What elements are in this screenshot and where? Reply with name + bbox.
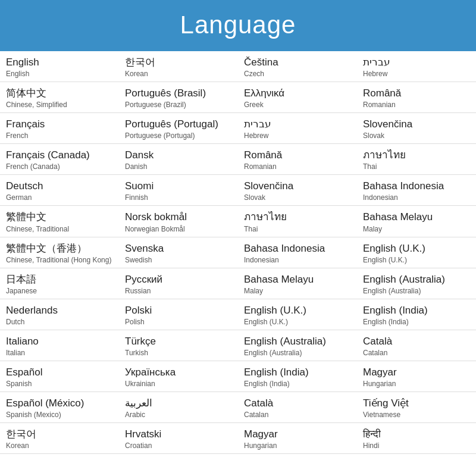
language-item[interactable]: עבריתHebrew	[238, 113, 357, 144]
language-item[interactable]: Bahasa MelayuMalay	[357, 206, 476, 237]
language-native-name: Català	[244, 397, 351, 410]
language-item[interactable]: ภาษาไทยThai	[357, 144, 476, 175]
language-native-name: Português (Portugal)	[125, 118, 232, 131]
language-item[interactable]: EspañolSpanish	[0, 361, 119, 392]
language-native-name: Hrvatski	[125, 428, 232, 441]
language-item[interactable]: HrvatskiCroatian	[119, 423, 238, 454]
language-item[interactable]: SlovenčinaSlovak	[357, 113, 476, 144]
language-item[interactable]: Bahasa IndonesiaIndonesian	[238, 237, 357, 268]
language-english-name: Malay	[363, 225, 470, 233]
language-english-name: Norwegian Bokmål	[125, 225, 232, 233]
language-native-name: Deutsch	[6, 180, 113, 193]
language-item[interactable]: DeutschGerman	[0, 175, 119, 206]
language-item[interactable]: TürkçeTurkish	[119, 330, 238, 361]
language-item[interactable]: 简体中文Chinese, Simplified	[0, 82, 119, 113]
language-grid: EnglishEnglish한국어KoreanČeštinaCzechעברית…	[0, 51, 476, 454]
language-item[interactable]: עבריתHebrew	[357, 51, 476, 82]
language-english-name: Hungarian	[244, 441, 351, 450]
language-item[interactable]: RomânăRomanian	[238, 144, 357, 175]
language-item[interactable]: ČeštinaCzech	[238, 51, 357, 82]
language-english-name: Danish	[125, 162, 232, 171]
language-item[interactable]: English (India)English (India)	[357, 299, 476, 330]
language-native-name: English (India)	[244, 366, 351, 379]
language-item[interactable]: العربيةArabic	[119, 392, 238, 423]
language-item[interactable]: SvenskaSwedish	[119, 237, 238, 268]
language-item[interactable]: PolskiPolish	[119, 299, 238, 330]
language-item[interactable]: Español (México)Spanish (Mexico)	[0, 392, 119, 423]
language-item[interactable]: ภาษาไทยThai	[238, 206, 357, 237]
language-item[interactable]: SlovenčinaSlovak	[238, 175, 357, 206]
language-native-name: Română	[244, 149, 351, 162]
language-item[interactable]: MagyarHungarian	[238, 423, 357, 454]
language-native-name: Magyar	[363, 366, 470, 379]
language-item[interactable]: 한국어Korean	[119, 51, 238, 82]
language-item[interactable]: FrançaisFrench	[0, 113, 119, 144]
language-english-name: Polish	[125, 318, 232, 326]
language-item[interactable]: English (India)English (India)	[238, 361, 357, 392]
language-native-name: Dansk	[125, 149, 232, 162]
language-item[interactable]: SuomiFinnish	[119, 175, 238, 206]
language-native-name: Slovenčina	[244, 180, 351, 193]
language-native-name: Norsk bokmål	[125, 211, 232, 224]
language-english-name: English (India)	[244, 380, 351, 388]
language-item[interactable]: हिन्दीHindi	[357, 423, 476, 454]
language-english-name: Indonesian	[244, 256, 351, 264]
language-native-name: English (India)	[363, 304, 470, 317]
language-item[interactable]: DanskDanish	[119, 144, 238, 175]
language-item[interactable]: English (U.K.)English (U.K.)	[357, 237, 476, 268]
language-item[interactable]: English (Australia)English (Australia)	[238, 330, 357, 361]
language-english-name: Turkish	[125, 349, 232, 357]
language-english-name: Croatian	[125, 441, 232, 450]
language-item[interactable]: ΕλληνικάGreek	[238, 82, 357, 113]
language-english-name: Arabic	[125, 411, 232, 419]
language-english-name: Swedish	[125, 256, 232, 264]
language-item[interactable]: CatalàCatalan	[357, 330, 476, 361]
language-native-name: עברית	[244, 118, 351, 131]
language-item[interactable]: RomânăRomanian	[357, 82, 476, 113]
language-item[interactable]: Bahasa MelayuMalay	[238, 268, 357, 299]
language-english-name: Ukrainian	[125, 380, 232, 388]
language-item[interactable]: MagyarHungarian	[357, 361, 476, 392]
language-native-name: 日本語	[6, 273, 113, 286]
language-item[interactable]: 日本語Japanese	[0, 268, 119, 299]
language-native-name: Slovenčina	[363, 118, 470, 131]
language-item[interactable]: УкраїнськаUkrainian	[119, 361, 238, 392]
language-english-name: English (India)	[363, 318, 470, 326]
language-english-name: English (Australia)	[363, 287, 470, 295]
language-native-name: Magyar	[244, 428, 351, 441]
language-native-name: Català	[363, 335, 470, 348]
language-english-name: Vietnamese	[363, 411, 470, 419]
language-english-name: Hungarian	[363, 380, 470, 388]
language-item[interactable]: Bahasa IndonesiaIndonesian	[357, 175, 476, 206]
language-english-name: French	[6, 131, 113, 140]
language-item[interactable]: 繁體中文（香港）Chinese, Traditional (Hong Kong)	[0, 237, 119, 268]
language-item[interactable]: NederlandsDutch	[0, 299, 119, 330]
language-english-name: German	[6, 193, 113, 202]
language-english-name: Chinese, Traditional (Hong Kong)	[6, 256, 113, 264]
language-native-name: Italiano	[6, 335, 113, 348]
language-native-name: Bahasa Indonesia	[244, 242, 351, 255]
language-item[interactable]: EnglishEnglish	[0, 51, 119, 82]
language-item[interactable]: 한국어Korean	[0, 423, 119, 454]
language-native-name: Español (México)	[6, 397, 113, 410]
language-item[interactable]: CatalàCatalan	[238, 392, 357, 423]
language-item[interactable]: English (Australia)English (Australia)	[357, 268, 476, 299]
language-english-name: Slovak	[363, 131, 470, 140]
language-item[interactable]: Português (Portugal)Portuguese (Portugal…	[119, 113, 238, 144]
language-english-name: Romanian	[363, 101, 470, 109]
language-native-name: Nederlands	[6, 304, 113, 317]
language-item[interactable]: Tiếng ViệtVietnamese	[357, 392, 476, 423]
page-header: Language	[0, 0, 476, 51]
language-item[interactable]: English (U.K.)English (U.K.)	[238, 299, 357, 330]
language-native-name: ภาษาไทย	[244, 211, 351, 224]
language-english-name: Korean	[6, 441, 113, 450]
language-native-name: Français (Canada)	[6, 149, 113, 162]
language-item[interactable]: Norsk bokmålNorwegian Bokmål	[119, 206, 238, 237]
language-native-name: Ελληνικά	[244, 87, 351, 100]
language-item[interactable]: Português (Brasil)Portuguese (Brazil)	[119, 82, 238, 113]
language-item[interactable]: РусскийRussian	[119, 268, 238, 299]
language-item[interactable]: 繁體中文Chinese, Traditional	[0, 206, 119, 237]
language-item[interactable]: Français (Canada)French (Canada)	[0, 144, 119, 175]
language-native-name: Bahasa Indonesia	[363, 180, 470, 193]
language-item[interactable]: ItalianoItalian	[0, 330, 119, 361]
